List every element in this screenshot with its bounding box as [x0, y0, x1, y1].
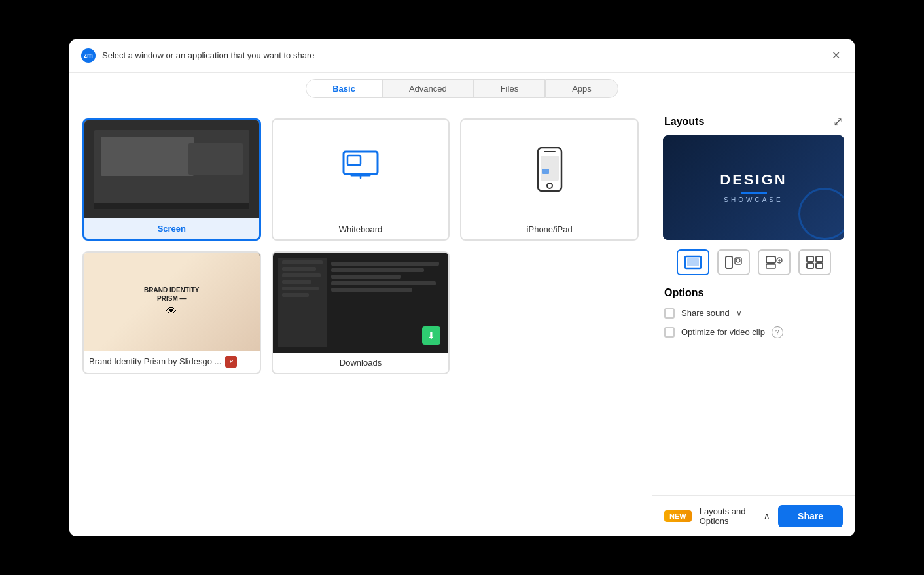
brand-label-wrap: Brand Identity Prism by Slidesgo ... P — [89, 356, 255, 368]
ds-subtitle: SHOWCASE — [724, 196, 783, 203]
optimize-video-help[interactable]: ? — [772, 326, 783, 338]
layouts-options-link[interactable]: Layouts and Options ∧ — [700, 506, 770, 526]
ds-curve — [798, 188, 844, 240]
layout-full-icon — [684, 255, 702, 270]
layouts-title: Layouts — [664, 116, 704, 128]
svg-rect-20 — [816, 256, 823, 262]
share-sound-row: Share sound ∨ — [664, 308, 843, 319]
zoom-logo: zm — [81, 48, 96, 63]
svg-rect-19 — [807, 256, 813, 262]
svg-rect-8 — [542, 169, 549, 174]
tab-files[interactable]: Files — [474, 79, 545, 98]
optimize-video-label: Optimize for video clip — [681, 327, 765, 337]
grid-item-brand[interactable]: BRAND IDENTITYPRISM — 👁 Brand Identity P… — [82, 251, 261, 374]
grid-item-whiteboard[interactable]: Whiteboard — [272, 118, 450, 241]
optimize-video-row: Optimize for video clip ? — [664, 326, 843, 338]
svg-rect-10 — [687, 258, 699, 266]
svg-rect-14 — [766, 256, 775, 263]
whiteboard-icon — [342, 150, 379, 188]
brand-label: Brand Identity Prism by Slidesgo ... P — [84, 351, 260, 373]
layout-btn-pip[interactable] — [758, 249, 791, 275]
svg-rect-15 — [766, 264, 775, 268]
downloads-label: Downloads — [273, 353, 449, 373]
ds-line — [741, 192, 767, 194]
layout-pip-icon — [765, 255, 783, 270]
design-showcase: DESIGN SHOWCASE — [663, 135, 844, 240]
dialog-title: Select a window or an application that y… — [102, 50, 822, 60]
main-content: Screen Whiteboard — [69, 105, 855, 536]
layout-btn-full[interactable] — [677, 249, 709, 275]
share-sound-dropdown[interactable]: ∨ — [736, 309, 742, 318]
grid-item-downloads[interactable]: ⬇ Downloads — [272, 251, 450, 374]
tab-basic[interactable]: Basic — [306, 79, 382, 98]
brand-eye-icon: 👁 — [166, 305, 177, 317]
layout-btn-gallery[interactable] — [798, 249, 831, 275]
layout-side-icon — [724, 255, 743, 270]
iphone-icon — [534, 147, 565, 192]
right-panel: Layouts ⤢ DESIGN SHOWCASE — [652, 105, 855, 536]
downloads-badge-icon: ⬇ — [422, 326, 440, 345]
brand-title: BRAND IDENTITYPRISM — — [144, 286, 199, 303]
close-button[interactable]: ✕ — [828, 48, 843, 63]
downloads-preview: ⬇ — [273, 253, 449, 353]
screen-label: Screen — [84, 218, 259, 239]
layout-gallery-icon — [806, 255, 824, 270]
brand-preview: BRAND IDENTITYPRISM — 👁 — [84, 253, 260, 351]
optimize-video-checkbox[interactable] — [664, 327, 675, 338]
ds-title: DESIGN — [720, 171, 787, 188]
svg-rect-1 — [347, 156, 361, 165]
options-section: Options Share sound ∨ Optimize for video… — [652, 285, 855, 495]
iphone-preview — [461, 120, 637, 219]
layouts-options-text: Layouts and Options — [700, 506, 761, 526]
svg-rect-11 — [726, 256, 732, 268]
chevron-up-icon: ∧ — [764, 511, 770, 521]
grid-item-iphone[interactable]: iPhone/iPad — [460, 118, 639, 241]
svg-rect-22 — [816, 263, 823, 268]
screen-preview — [84, 120, 259, 218]
iphone-label: iPhone/iPad — [461, 219, 637, 239]
tab-apps[interactable]: Apps — [545, 79, 618, 98]
share-dialog: zm Select a window or an application tha… — [69, 39, 855, 536]
tabs-bar: Basic Advanced Files Apps — [69, 73, 855, 105]
downloads-window — [278, 258, 444, 347]
downloads-preview-wrap: ⬇ — [273, 253, 449, 353]
expand-icon: ⤢ — [833, 115, 843, 128]
layout-btn-side[interactable] — [717, 249, 750, 275]
svg-point-6 — [547, 183, 552, 188]
layout-preview: DESIGN SHOWCASE — [663, 135, 844, 240]
grid-item-screen[interactable]: Screen — [82, 118, 261, 241]
tab-advanced[interactable]: Advanced — [382, 79, 474, 98]
brand-content: BRAND IDENTITYPRISM — 👁 — [84, 253, 260, 351]
ppt-badge: P — [225, 356, 237, 368]
whiteboard-label: Whiteboard — [273, 219, 449, 239]
share-button[interactable]: Share — [778, 505, 843, 527]
dl-sidebar — [278, 258, 328, 347]
options-title: Options — [664, 287, 843, 299]
layouts-header: Layouts ⤢ — [652, 105, 855, 135]
share-sound-checkbox[interactable] — [664, 308, 675, 319]
svg-point-13 — [736, 258, 740, 262]
title-bar: zm Select a window or an application tha… — [69, 39, 855, 73]
layout-options-row — [652, 240, 855, 285]
brand-name: Brand Identity Prism by Slidesgo ... — [89, 357, 221, 366]
footer-bar: NEW Layouts and Options ∧ Share — [652, 495, 855, 536]
share-sound-label: Share sound — [681, 308, 730, 318]
svg-rect-7 — [541, 156, 559, 181]
close-icon: ✕ — [832, 49, 840, 61]
svg-rect-21 — [807, 263, 813, 268]
expand-button[interactable]: ⤢ — [833, 114, 843, 129]
new-badge: NEW — [664, 510, 692, 522]
grid-area: Screen Whiteboard — [69, 105, 652, 536]
whiteboard-preview — [273, 120, 449, 219]
